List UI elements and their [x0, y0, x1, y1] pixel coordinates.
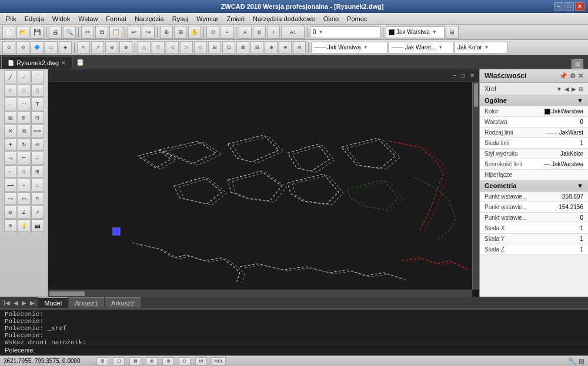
- sheet-tab-model[interactable]: Model: [38, 297, 68, 308]
- xref-expand[interactable]: ⊞: [579, 86, 583, 92]
- new-tab-button[interactable]: 📋: [72, 56, 88, 69]
- vertical-scroll-thumb[interactable]: [474, 83, 478, 107]
- menu-narzedzia[interactable]: Narzędzia: [131, 13, 168, 25]
- save-button[interactable]: 💾: [31, 26, 44, 39]
- draw-text[interactable]: T: [31, 98, 44, 110]
- modify-join[interactable]: ⌂: [31, 179, 44, 192]
- open-file-button[interactable]: 📂: [16, 26, 29, 39]
- zoom-extents-button[interactable]: ⊞: [174, 26, 187, 39]
- snap1[interactable]: △: [138, 41, 151, 54]
- menu-wymiar[interactable]: Wymiar: [193, 13, 222, 25]
- command-input-row[interactable]: Polecenie:: [0, 344, 588, 355]
- properties-button[interactable]: ⊟: [206, 26, 219, 39]
- tool-a[interactable]: A: [239, 26, 252, 39]
- viewport-restore-btn[interactable]: □: [460, 72, 466, 79]
- snap5[interactable]: ◇: [194, 41, 207, 54]
- manage-icon[interactable]: 🔧: [568, 357, 577, 365]
- draw-block[interactable]: ⊞: [18, 111, 31, 124]
- modify-scale[interactable]: ⟲: [31, 138, 44, 151]
- cut-button[interactable]: ✂: [81, 26, 94, 39]
- snap11[interactable]: ⊗: [279, 41, 292, 54]
- modify-stretch[interactable]: ⟶: [4, 179, 17, 192]
- modify-rotate[interactable]: ↻: [18, 138, 31, 151]
- plotstyle-dropdown[interactable]: Jak Kolor ▼: [455, 42, 507, 53]
- dim-aligned[interactable]: ⊷: [18, 192, 31, 205]
- draw-hatch[interactable]: ⋯: [18, 98, 31, 110]
- draw-insert[interactable]: ⊡: [31, 111, 44, 124]
- menu-narzedzia-dodatkowe[interactable]: Narzędzia dodatkowe: [249, 13, 319, 25]
- menu-pomoc[interactable]: Pomoc: [343, 13, 370, 25]
- draw-line[interactable]: ╱: [4, 70, 17, 83]
- snap12[interactable]: ⊘: [293, 41, 306, 54]
- redo-button[interactable]: ↪: [142, 26, 155, 39]
- prop-close-button[interactable]: ✕: [578, 72, 583, 80]
- menu-zmien[interactable]: Zmień: [223, 13, 248, 25]
- menu-edycja[interactable]: Edycja: [21, 13, 48, 25]
- linetype-dropdown[interactable]: —— Jak Warstwa ▼: [311, 42, 387, 53]
- pan-button[interactable]: ✋: [188, 26, 201, 39]
- minimize-button[interactable]: −: [554, 2, 563, 11]
- prop-settings-button[interactable]: ⚙: [570, 72, 576, 80]
- tool-c[interactable]: I: [267, 26, 280, 39]
- restore-icon[interactable]: ⊞: [579, 357, 584, 365]
- layers-button[interactable]: ≡: [220, 26, 233, 39]
- draw-circle[interactable]: ○: [4, 84, 17, 97]
- paste-button[interactable]: 📋: [109, 26, 122, 39]
- draw-mtext[interactable]: ▤: [4, 111, 17, 124]
- color-dropdown[interactable]: Jak Warstwa ▼: [386, 26, 445, 38]
- tool-b[interactable]: B: [253, 26, 266, 39]
- menu-rysuj[interactable]: Rysuj: [169, 13, 192, 25]
- modify-array[interactable]: ⊞: [31, 165, 44, 178]
- status-lwt-btn[interactable]: W: [195, 357, 207, 365]
- draw-polyline[interactable]: ⟋: [18, 70, 31, 83]
- zoom-window-button[interactable]: ⊕: [160, 26, 173, 39]
- print-preview-button[interactable]: 🔍: [63, 26, 76, 39]
- section-general-header[interactable]: Ogólne ▼: [480, 95, 588, 106]
- horizontal-scroll-thumb[interactable]: [49, 291, 85, 296]
- modify-chamfer[interactable]: ⌐: [4, 165, 17, 178]
- new-file-button[interactable]: 📄: [2, 26, 15, 39]
- viewport-close[interactable]: ✕: [469, 72, 476, 79]
- tool-e4[interactable]: □: [45, 41, 58, 54]
- section-geometria-header[interactable]: Geometria ▼: [480, 180, 588, 192]
- dim-radius[interactable]: R: [31, 192, 44, 205]
- modify-break[interactable]: ⌁: [18, 179, 31, 192]
- sheet-nav-prev[interactable]: ◀: [12, 300, 19, 306]
- tool-e2[interactable]: ⊘: [16, 41, 29, 54]
- status-model-btn[interactable]: MDL: [212, 357, 226, 365]
- tool-f4[interactable]: ⊗: [119, 41, 132, 54]
- viewport-restore[interactable]: ⊟: [572, 59, 583, 69]
- undo-button[interactable]: ↩: [128, 26, 141, 39]
- tab-close-button[interactable]: ✕: [61, 60, 66, 66]
- dim-diameter[interactable]: ⊘: [4, 206, 17, 219]
- menu-wstaw[interactable]: Wstaw: [75, 13, 101, 25]
- tool-f1[interactable]: ↖: [77, 41, 90, 54]
- sheet-tab-arkusz2[interactable]: Arkusz2: [105, 297, 141, 308]
- tool-camera[interactable]: 📷: [31, 219, 44, 232]
- section-general-toggle[interactable]: ▼: [577, 97, 583, 104]
- print-button[interactable]: 🖨: [49, 26, 62, 39]
- window-controls[interactable]: − □ ✕: [554, 2, 584, 11]
- copy-button[interactable]: ⧉: [95, 26, 108, 39]
- modify-fillet[interactable]: ⌐: [31, 152, 44, 164]
- draw-point[interactable]: ·: [4, 98, 17, 110]
- snap7[interactable]: ⊡: [222, 41, 235, 54]
- lineweight-dropdown[interactable]: —— Jak Warst... ▼: [389, 42, 453, 53]
- menu-widok[interactable]: Widok: [49, 13, 74, 25]
- tab-rysunek2[interactable]: 📄 Rysunek2.dwg ✕: [1, 56, 72, 69]
- modify-offset[interactable]: ⊃: [18, 165, 31, 178]
- modify-extend[interactable]: ⊢: [18, 152, 31, 164]
- tool-e1[interactable]: ⊙: [2, 41, 15, 54]
- status-dynp-btn[interactable]: D: [179, 357, 191, 365]
- snap6[interactable]: ⊞: [208, 41, 221, 54]
- snap8[interactable]: ⊠: [236, 41, 249, 54]
- tool-e3[interactable]: 🔷: [31, 41, 44, 54]
- layer-dropdown[interactable]: 0 ▼: [310, 26, 380, 38]
- sheet-tab-arkusz1[interactable]: Arkusz1: [69, 297, 104, 308]
- menu-plik[interactable]: Plik: [2, 13, 20, 25]
- vertical-scrollbar[interactable]: [472, 82, 479, 290]
- tool-f2[interactable]: ↗: [91, 41, 104, 54]
- snap2[interactable]: ▽: [152, 41, 165, 54]
- command-input[interactable]: [35, 347, 583, 354]
- close-button[interactable]: ✕: [575, 2, 584, 11]
